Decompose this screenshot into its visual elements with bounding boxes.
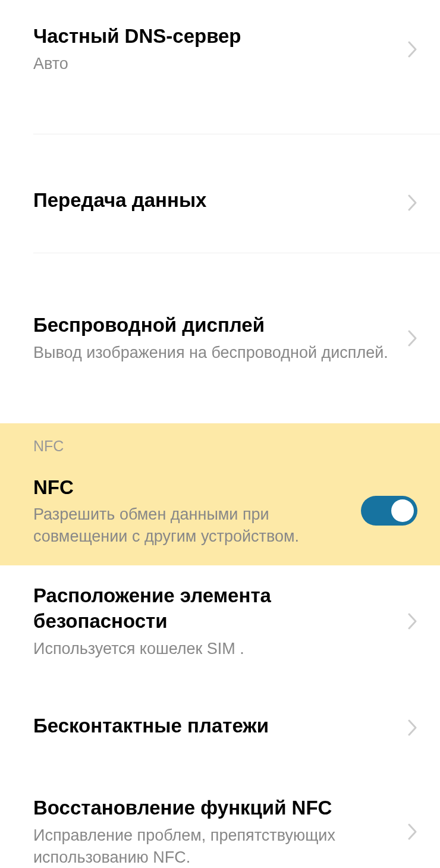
chevron-right-icon <box>408 823 417 840</box>
spacer <box>0 98 440 134</box>
item-title: NFC <box>33 475 349 501</box>
spacer <box>0 760 440 778</box>
spacer <box>0 388 440 423</box>
chevron-right-icon <box>408 719 417 736</box>
item-subtitle: Вывод изображения на беспроводной диспле… <box>33 342 396 363</box>
item-title: Передача данных <box>33 188 396 213</box>
spacer <box>0 678 440 696</box>
item-content: Расположение элемента безопасности Испол… <box>33 583 408 659</box>
toggle-knob <box>391 499 414 522</box>
spacer <box>0 235 440 253</box>
item-content: Бесконтактные платежи <box>33 713 408 743</box>
nfc-toggle[interactable] <box>361 496 417 526</box>
chevron-right-icon <box>408 194 417 211</box>
item-content: Беспроводной дисплей Вывод изображения н… <box>33 313 408 363</box>
item-subtitle: Авто <box>33 53 396 74</box>
item-content: Восстановление функций NFC Исправление п… <box>33 795 408 868</box>
item-subtitle: Разрешить обмен данными при совмещении с… <box>33 504 349 547</box>
item-title: Восстановление функций NFC <box>33 795 396 821</box>
chevron-right-icon <box>408 41 417 58</box>
settings-item-nfc[interactable]: NFC Разрешить обмен данными при совмещен… <box>0 457 440 565</box>
settings-item-private-dns[interactable]: Частный DNS-сервер Авто <box>0 0 440 98</box>
item-content: Передача данных <box>33 188 408 217</box>
settings-item-nfc-restore[interactable]: Восстановление функций NFC Исправление п… <box>0 778 440 868</box>
item-subtitle: Используется кошелек SIM . <box>33 638 396 659</box>
chevron-right-icon <box>408 613 417 630</box>
item-subtitle: Исправление проблем, препятствующих испо… <box>33 825 396 868</box>
settings-item-contactless-payments[interactable]: Бесконтактные платежи <box>0 696 440 760</box>
spacer <box>0 134 440 170</box>
item-title: Частный DNS-сервер <box>33 24 396 49</box>
settings-item-security-element[interactable]: Расположение элемента безопасности Испол… <box>0 565 440 677</box>
item-content: NFC Разрешить обмен данными при совмещен… <box>33 475 361 548</box>
item-content: Частный DNS-сервер Авто <box>33 24 408 74</box>
spacer <box>0 253 440 289</box>
item-title: Расположение элемента безопасности <box>33 583 396 634</box>
chevron-right-icon <box>408 330 417 347</box>
item-title: Беспроводной дисплей <box>33 313 396 338</box>
section-header-nfc: NFC <box>0 423 440 457</box>
settings-item-wireless-display[interactable]: Беспроводной дисплей Вывод изображения н… <box>0 289 440 387</box>
settings-item-data-transfer[interactable]: Передача данных <box>0 170 440 235</box>
item-title: Бесконтактные платежи <box>33 713 396 739</box>
section-header-label: NFC <box>33 438 422 455</box>
